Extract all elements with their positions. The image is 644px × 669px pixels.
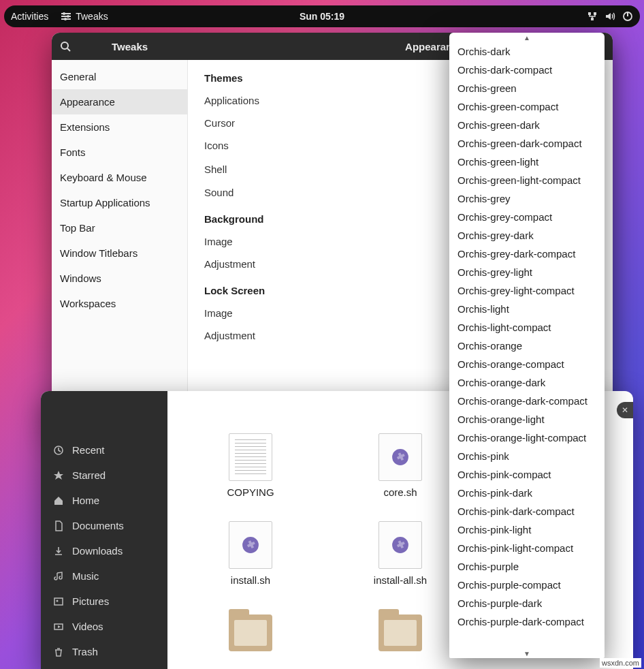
volume-icon[interactable] xyxy=(605,11,615,22)
theme-option[interactable]: Orchis-orange-dark xyxy=(449,373,605,392)
scroll-down-arrow[interactable]: ▼ xyxy=(449,649,605,658)
app-menu-label: Tweaks xyxy=(76,11,108,22)
app-menu[interactable]: Tweaks xyxy=(61,11,108,22)
svg-rect-8 xyxy=(591,18,594,20)
theme-option[interactable]: Orchis-green-light xyxy=(449,153,605,171)
clock-icon xyxy=(53,445,64,456)
sidebar-item-general[interactable]: General xyxy=(52,64,187,89)
theme-option[interactable]: Orchis-green-compact xyxy=(449,97,605,116)
folder-icon xyxy=(379,609,422,657)
star-icon xyxy=(53,470,64,481)
power-icon[interactable] xyxy=(622,11,633,22)
theme-option[interactable]: Orchis-dark-compact xyxy=(449,61,605,79)
sidebar-item-window-titlebars[interactable]: Window Titlebars xyxy=(52,240,187,266)
nav-documents[interactable]: Documents xyxy=(41,513,167,538)
nav-home[interactable]: Home xyxy=(41,488,167,513)
script-file-icon xyxy=(379,433,422,481)
theme-option[interactable]: Orchis-green xyxy=(449,79,605,97)
script-file-icon xyxy=(379,521,422,569)
download-icon xyxy=(53,546,64,557)
video-icon xyxy=(53,621,64,632)
svg-rect-16 xyxy=(54,598,63,605)
text-file-icon xyxy=(229,433,272,481)
theme-option[interactable]: Orchis-pink-light-compact xyxy=(449,539,605,557)
theme-option[interactable]: Orchis-pink-compact xyxy=(449,465,605,484)
sidebar-item-fonts[interactable]: Fonts xyxy=(52,140,187,165)
nav-music[interactable]: Music xyxy=(41,563,167,589)
network-icon[interactable] xyxy=(587,11,598,22)
sidebar-item-top-bar[interactable]: Top Bar xyxy=(52,215,187,240)
theme-option[interactable]: Orchis-orange-compact xyxy=(449,355,605,373)
file-item[interactable]: install-all.sh xyxy=(374,521,427,586)
sidebar-item-workspaces[interactable]: Workspaces xyxy=(52,291,187,316)
theme-option[interactable]: Orchis-orange-light-compact xyxy=(449,429,605,447)
theme-option[interactable]: Orchis-green-light-compact xyxy=(449,171,605,189)
svg-point-5 xyxy=(64,18,67,20)
tweaks-icon xyxy=(61,11,71,22)
theme-dropdown[interactable]: ▲ Orchis-darkOrchis-dark-compactOrchis-g… xyxy=(449,33,605,658)
svg-rect-6 xyxy=(588,12,591,15)
sidebar-item-appearance[interactable]: Appearance xyxy=(52,89,187,114)
theme-option[interactable]: Orchis-pink-dark xyxy=(449,484,605,502)
sidebar-item-extensions[interactable]: Extensions xyxy=(52,114,187,140)
tweaks-sidebar: GeneralAppearanceExtensionsFontsKeyboard… xyxy=(52,60,188,432)
theme-option[interactable]: Orchis-pink xyxy=(449,447,605,465)
theme-option[interactable]: Orchis-light xyxy=(449,300,605,318)
theme-option[interactable]: Orchis-orange xyxy=(449,337,605,355)
sidebar-item-keyboard-mouse[interactable]: Keyboard & Mouse xyxy=(52,165,187,190)
theme-option[interactable]: Orchis-purple xyxy=(449,557,605,576)
file-item[interactable]: core.sh xyxy=(379,433,422,498)
svg-point-17 xyxy=(57,600,59,602)
script-file-icon xyxy=(229,521,272,569)
theme-option[interactable]: Orchis-green-dark-compact xyxy=(449,134,605,153)
document-icon xyxy=(53,520,64,531)
file-item[interactable] xyxy=(379,609,422,662)
nav-videos[interactable]: Videos xyxy=(41,614,167,639)
theme-option[interactable]: Orchis-dark xyxy=(449,42,605,61)
theme-option[interactable]: Orchis-orange-light xyxy=(449,410,605,429)
nav-trash[interactable]: Trash xyxy=(41,639,167,664)
file-item[interactable]: COPYING xyxy=(227,433,274,498)
file-item[interactable]: install.sh xyxy=(229,521,272,586)
sidebar-item-startup-applications[interactable]: Startup Applications xyxy=(52,190,187,215)
nav-starred[interactable]: Starred xyxy=(41,463,167,488)
theme-option[interactable]: Orchis-pink-dark-compact xyxy=(449,502,605,520)
window-title: Tweaks xyxy=(112,41,148,52)
folder-icon xyxy=(229,609,272,657)
nav-recent[interactable]: Recent xyxy=(41,437,167,463)
theme-option[interactable]: Orchis-purple-dark-compact xyxy=(449,612,605,631)
theme-option[interactable]: Orchis-grey-light xyxy=(449,263,605,281)
file-label: COPYING xyxy=(227,486,274,498)
file-label: install.sh xyxy=(231,574,270,586)
theme-option[interactable]: Orchis-green-dark xyxy=(449,116,605,134)
theme-option[interactable]: Orchis-light-compact xyxy=(449,318,605,337)
theme-option[interactable]: Orchis-pink-light xyxy=(449,520,605,539)
theme-option[interactable]: Orchis-orange-dark-compact xyxy=(449,392,605,410)
activities-button[interactable]: Activities xyxy=(11,11,48,22)
theme-option[interactable]: Orchis-grey xyxy=(449,189,605,208)
sidebar-item-windows[interactable]: Windows xyxy=(52,266,187,291)
home-icon xyxy=(53,495,64,506)
theme-option[interactable]: Orchis-grey-compact xyxy=(449,208,605,226)
file-label: core.sh xyxy=(383,486,417,498)
theme-option[interactable]: Orchis-grey-dark xyxy=(449,226,605,245)
files-sidebar: RecentStarredHomeDocumentsDownloadsMusic… xyxy=(41,391,167,669)
nav-downloads[interactable]: Downloads xyxy=(41,538,167,563)
theme-option[interactable]: Orchis-purple-compact xyxy=(449,576,605,594)
theme-option[interactable]: Orchis-grey-light-compact xyxy=(449,281,605,300)
music-icon xyxy=(53,571,64,582)
file-item[interactable] xyxy=(229,609,272,662)
svg-point-3 xyxy=(63,12,65,15)
nav-pictures[interactable]: Pictures xyxy=(41,589,167,614)
scroll-up-arrow[interactable]: ▲ xyxy=(449,33,605,42)
theme-option[interactable]: Orchis-grey-dark-compact xyxy=(449,245,605,263)
svg-rect-10 xyxy=(627,12,628,16)
watermark: wsxdn.com xyxy=(600,658,641,668)
search-button[interactable] xyxy=(59,40,72,53)
files-close-button[interactable]: ✕ xyxy=(617,402,633,418)
top-bar: Activities Tweaks Sun 05:19 xyxy=(4,5,640,27)
svg-line-12 xyxy=(67,48,70,51)
svg-point-4 xyxy=(67,15,69,18)
theme-option[interactable]: Orchis-purple-dark xyxy=(449,594,605,612)
clock[interactable]: Sun 05:19 xyxy=(300,11,344,22)
